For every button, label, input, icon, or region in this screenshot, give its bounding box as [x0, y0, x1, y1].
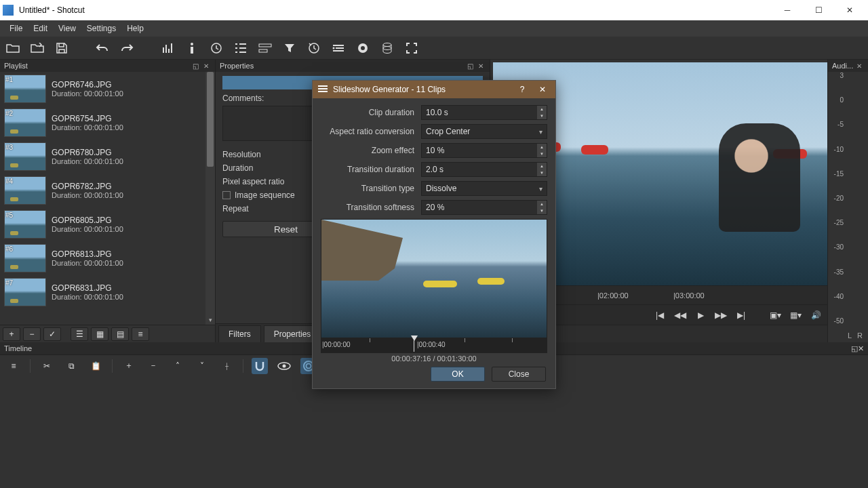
dialog-titlebar[interactable]: Slideshow Generator - 11 Clips ? ✕ [313, 81, 555, 98]
playlist-close-icon[interactable]: ✕ [201, 61, 211, 70]
save-icon[interactable] [54, 41, 69, 56]
audio-meter-panel: Audi...✕ 30-5 -10-15-20 -25-30-35 -40-50… [827, 60, 868, 342]
dialog-close-icon[interactable]: ✕ [535, 85, 550, 94]
playlist-item[interactable]: #3GOPR6780.JPGDuration: 00:00:01:00 [0, 140, 205, 174]
transition-softness-input[interactable] [421, 200, 547, 215]
lift-icon[interactable]: ˄ [170, 358, 186, 374]
history-icon[interactable] [331, 41, 346, 56]
properties-undock-icon[interactable]: ◱ [465, 61, 475, 70]
dialog-time: 00:00:37:16 / 00:01:30:00 [321, 353, 547, 367]
menu-help[interactable]: Help [121, 21, 149, 36]
open-icon[interactable] [5, 41, 20, 56]
fullscreen-icon[interactable] [404, 41, 419, 56]
playlist-view-details-icon[interactable]: ☰ [71, 327, 88, 341]
recent-icon[interactable] [209, 41, 224, 56]
play-icon[interactable]: ▶ [694, 310, 707, 320]
aspect-label: Aspect ratio conversion [321, 127, 421, 136]
aspect-select[interactable]: Crop Center [421, 124, 547, 139]
audio-meter-ticks: 30-5 -10-15-20 -25-30-35 -40-50 [834, 72, 844, 325]
zoom-input[interactable] [421, 143, 547, 158]
timeline-icon[interactable] [258, 41, 273, 56]
timeline-close-icon[interactable]: ✕ [858, 344, 864, 353]
minimize-button[interactable]: ─ [772, 0, 803, 20]
close-window-button[interactable]: ✕ [834, 0, 865, 20]
snap-icon[interactable] [252, 358, 268, 374]
playlist-item[interactable]: #7GOPR6831.JPGDuration: 00:00:01:00 [0, 275, 205, 309]
paste-icon[interactable]: 📋 [87, 358, 104, 374]
zoom-label: Zoom effect [321, 146, 421, 155]
tab-filters[interactable]: Filters [218, 325, 261, 342]
scrub-icon[interactable] [276, 358, 292, 374]
playlist-remove-icon[interactable]: − [23, 327, 41, 341]
playlist-icon[interactable] [233, 41, 248, 56]
playlist-view-tiles-icon[interactable]: ▦ [91, 327, 108, 341]
timeline-menu-icon[interactable]: ≡ [5, 358, 22, 374]
playlist-scrollbar[interactable]: ▾ [205, 72, 215, 325]
open-other-icon[interactable] [30, 41, 45, 56]
playlist-item[interactable]: #2GOPR6754.JPGDuration: 00:00:01:00 [0, 106, 205, 140]
undo-icon[interactable] [95, 41, 110, 56]
keyframes-icon[interactable] [307, 41, 321, 56]
transition-duration-label: Transition duration [321, 165, 421, 174]
menu-view[interactable]: View [53, 21, 81, 36]
svg-point-14 [307, 363, 311, 368]
playlist-items[interactable]: #1GOPR6746.JPGDuration: 00:00:01:00 #2GO… [0, 72, 205, 325]
grid-icon[interactable]: ▦▾ [789, 310, 802, 320]
svg-point-9 [383, 43, 391, 46]
overwrite-icon[interactable]: ˅ [194, 358, 210, 374]
image-sequence-checkbox[interactable] [222, 191, 231, 199]
jobs-icon[interactable] [380, 41, 395, 56]
dialog-help-icon[interactable]: ? [515, 85, 530, 94]
clip-duration-label: Clip duration [321, 108, 421, 117]
menu-settings[interactable]: Settings [81, 21, 121, 36]
menu-file[interactable]: File [4, 21, 28, 36]
svg-point-0 [191, 43, 193, 45]
filters-icon[interactable] [282, 41, 297, 56]
cut-icon[interactable]: ✂ [39, 358, 55, 374]
playlist-item[interactable]: #6GOPR6813.JPGDuration: 00:00:01:00 [0, 241, 205, 275]
volume-icon[interactable]: 🔊 [810, 310, 822, 320]
maximize-button[interactable]: ☐ [803, 0, 834, 20]
dialog-preview[interactable] [321, 219, 547, 338]
properties-icon[interactable] [184, 41, 199, 56]
playlist-item[interactable]: #5GOPR6805.JPGDuration: 00:00:01:00 [0, 207, 205, 241]
close-button[interactable]: Close [492, 367, 546, 382]
playlist-undock-icon[interactable]: ◱ [191, 61, 200, 70]
export-icon[interactable] [355, 41, 370, 56]
playlist-item[interactable]: #4GOPR6782.JPGDuration: 00:00:01:00 [0, 174, 205, 207]
transition-type-select[interactable]: Dissolve [421, 181, 547, 196]
playlist-item[interactable]: #1GOPR6746.JPGDuration: 00:00:01:00 [0, 72, 205, 106]
dialog-title: Slideshow Generator - 11 Clips [333, 85, 446, 94]
append-icon[interactable]: ＋ [121, 358, 137, 374]
timeline-undock-icon[interactable]: ◱ [851, 344, 858, 353]
transition-duration-input[interactable] [421, 162, 547, 177]
dialog-ruler[interactable]: |00:00:00 |00:00:40 [321, 338, 547, 353]
playlist-add-icon[interactable]: + [3, 327, 20, 341]
playlist-toolbar: + − ✓ ☰ ▦ ▤ ≡ [0, 325, 215, 342]
svg-point-6 [333, 47, 335, 49]
spinner-icon[interactable]: ▲▼ [537, 106, 547, 119]
main-toolbar [0, 37, 868, 60]
properties-close-icon[interactable]: ✕ [476, 61, 486, 70]
playlist-menu-icon[interactable]: ≡ [132, 327, 149, 341]
clip-duration-input[interactable] [421, 105, 547, 120]
redo-icon[interactable] [119, 41, 134, 56]
rewind-icon[interactable]: ◀◀ [674, 310, 686, 320]
window-title: Untitled* - Shotcut [19, 5, 772, 15]
skip-prev-icon[interactable]: |◀ [654, 310, 666, 320]
remove-icon[interactable]: － [145, 358, 161, 374]
audio-close-icon[interactable]: ✕ [854, 61, 864, 70]
fast-forward-icon[interactable]: ▶▶ [715, 310, 727, 320]
slideshow-dialog: Slideshow Generator - 11 Clips ? ✕ Clip … [312, 80, 556, 389]
playlist-view-icons-icon[interactable]: ▤ [111, 327, 129, 341]
svg-rect-4 [259, 49, 267, 52]
copy-icon[interactable]: ⧉ [63, 358, 79, 374]
zoom-fit-icon[interactable]: ▣▾ [769, 310, 781, 320]
ok-button[interactable]: OK [431, 367, 485, 382]
peak-meter-icon[interactable] [160, 41, 175, 56]
skip-next-icon[interactable]: ▶| [735, 310, 747, 320]
menu-edit[interactable]: Edit [28, 21, 53, 36]
timeline-tracks[interactable] [0, 376, 868, 488]
playlist-update-icon[interactable]: ✓ [43, 327, 61, 341]
split-icon[interactable]: ⟊ [218, 358, 235, 374]
